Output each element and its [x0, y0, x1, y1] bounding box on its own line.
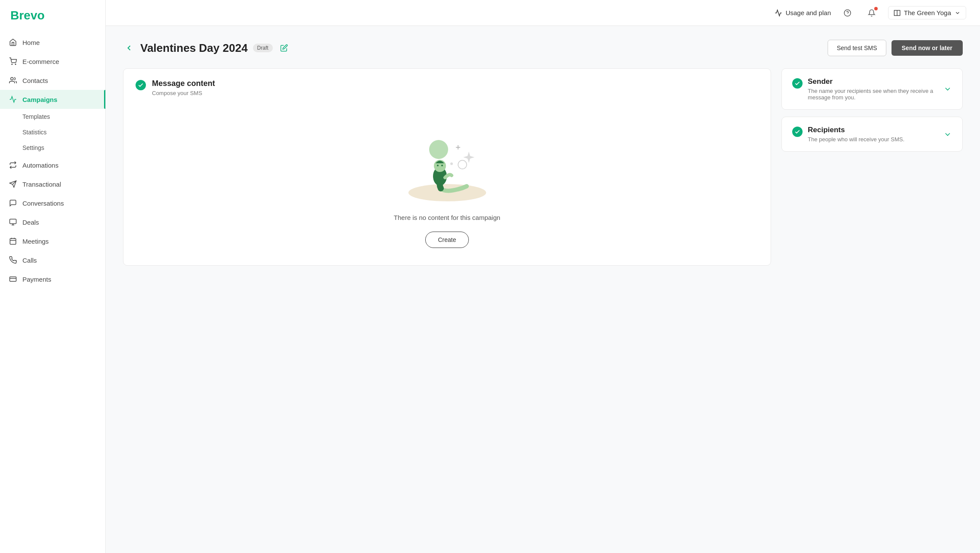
deals-icon	[9, 218, 17, 226]
message-content-header: Message content Compose your SMS	[123, 69, 771, 105]
sender-card: Sender The name your recipients see when…	[781, 68, 963, 110]
sidebar-item-conversations[interactable]: Conversations	[0, 194, 105, 213]
sidebar-item-ecommerce[interactable]: E-commerce	[0, 52, 105, 71]
sidebar-item-label: Payments	[22, 276, 51, 283]
notification-button[interactable]	[864, 5, 879, 21]
sidebar-item-deals[interactable]: Deals	[0, 213, 105, 232]
send-test-sms-button[interactable]: Send test SMS	[828, 40, 886, 56]
recipients-expand-button[interactable]	[943, 130, 952, 139]
sidebar-item-label: E-commerce	[22, 58, 59, 65]
help-button[interactable]	[840, 5, 855, 21]
svg-point-2	[11, 77, 13, 80]
recipients-subtitle: The people who will receive your SMS.	[808, 136, 904, 143]
empty-state: There is no content for this campaign Cr…	[123, 105, 771, 265]
svg-rect-5	[10, 219, 16, 224]
sender-card-left: Sender The name your recipients see when…	[792, 77, 943, 101]
sidebar-item-label: Transactional	[22, 181, 61, 188]
chevron-down-icon	[955, 10, 961, 16]
help-icon	[844, 9, 851, 17]
sender-card-header: Sender The name your recipients see when…	[782, 69, 962, 109]
main-area: Usage and plan The Green Yoga	[106, 0, 980, 553]
sidebar-item-statistics[interactable]: Statistics	[0, 124, 105, 140]
sidebar-item-payments[interactable]: Payments	[0, 270, 105, 289]
ecommerce-icon	[9, 57, 17, 66]
empty-illustration	[404, 126, 490, 203]
recipients-check-icon	[792, 127, 803, 137]
sub-item-label: Settings	[22, 144, 44, 151]
sub-item-label: Templates	[22, 113, 50, 120]
message-content-card: Message content Compose your SMS	[123, 68, 771, 266]
svg-point-1	[15, 64, 16, 65]
message-content-title: Message content	[152, 79, 215, 88]
usage-label: Usage and plan	[786, 9, 831, 16]
home-icon	[9, 38, 17, 47]
svg-point-0	[12, 64, 13, 65]
page-header: Valentines Day 2024 Draft Send test SMS …	[123, 40, 963, 56]
sender-expand-button[interactable]	[943, 85, 952, 93]
sidebar-item-label: Deals	[22, 219, 39, 226]
edit-title-button[interactable]	[278, 42, 290, 54]
building-icon	[894, 10, 901, 16]
sender-subtitle: The name your recipients see when they r…	[808, 88, 943, 101]
svg-point-24	[458, 160, 467, 169]
page-title: Valentines Day 2024	[140, 41, 248, 55]
right-column: Sender The name your recipients see when…	[781, 68, 963, 159]
svg-point-22	[441, 165, 443, 166]
brand-name: Brevo	[10, 9, 44, 22]
sidebar-item-label: Home	[22, 39, 40, 46]
sidebar-item-calls[interactable]: Calls	[0, 251, 105, 270]
back-icon	[125, 44, 133, 52]
sidebar-item-label: Conversations	[22, 200, 64, 207]
sidebar-item-templates[interactable]: Templates	[0, 109, 105, 124]
sender-text: Sender The name your recipients see when…	[808, 77, 943, 101]
empty-state-text: There is no content for this campaign	[394, 214, 500, 221]
svg-point-27	[450, 162, 453, 165]
content-area: Valentines Day 2024 Draft Send test SMS …	[106, 26, 980, 553]
top-header: Usage and plan The Green Yoga	[106, 0, 980, 26]
sender-check-icon	[792, 78, 803, 89]
sidebar-item-transactional[interactable]: Transactional	[0, 175, 105, 194]
meetings-icon	[9, 237, 17, 245]
svg-rect-8	[10, 238, 16, 245]
send-now-or-later-button[interactable]: Send now or later	[891, 40, 963, 56]
sidebar-item-label: Meetings	[22, 238, 49, 245]
sender-title: Sender	[808, 77, 943, 86]
sidebar-item-home[interactable]: Home	[0, 33, 105, 52]
recipients-card: Recipients The people who will receive y…	[781, 117, 963, 152]
svg-rect-12	[10, 277, 16, 282]
sidebar-item-contacts[interactable]: Contacts	[0, 71, 105, 90]
back-button[interactable]	[123, 42, 135, 54]
conversations-icon	[9, 199, 17, 207]
sidebar-item-campaigns[interactable]: Campaigns	[0, 90, 105, 109]
notification-dot	[874, 7, 878, 10]
sidebar-nav: Home E-commerce Contacts	[0, 29, 105, 553]
automations-icon	[9, 161, 17, 169]
chevron-down-icon	[943, 130, 952, 139]
logo[interactable]: Brevo	[0, 0, 105, 29]
edit-icon	[280, 44, 288, 52]
campaigns-icon	[9, 95, 17, 104]
recipients-text: Recipients The people who will receive y…	[808, 126, 904, 143]
sidebar-item-label: Automations	[22, 162, 58, 169]
page-title-area: Valentines Day 2024 Draft	[123, 41, 290, 55]
payments-icon	[9, 275, 17, 283]
recipients-title: Recipients	[808, 126, 904, 134]
sidebar-item-automations[interactable]: Automations	[0, 156, 105, 175]
sidebar: Brevo Home E-commerce	[0, 0, 106, 553]
sidebar-item-label: Calls	[22, 257, 37, 264]
sidebar-item-label: Contacts	[22, 77, 48, 84]
sidebar-item-label: Campaigns	[22, 96, 57, 103]
org-selector[interactable]: The Green Yoga	[888, 6, 966, 19]
draft-badge: Draft	[253, 44, 273, 52]
org-name: The Green Yoga	[904, 9, 951, 16]
create-button[interactable]: Create	[425, 232, 468, 248]
usage-and-plan-button[interactable]: Usage and plan	[775, 9, 831, 17]
header-actions: Send test SMS Send now or later	[828, 40, 963, 56]
two-column-layout: Message content Compose your SMS	[123, 68, 963, 266]
contacts-icon	[9, 76, 17, 85]
svg-point-21	[437, 165, 439, 166]
message-content-subtitle: Compose your SMS	[152, 90, 215, 96]
sidebar-item-meetings[interactable]: Meetings	[0, 232, 105, 251]
calls-icon	[9, 256, 17, 264]
sidebar-item-settings[interactable]: Settings	[0, 140, 105, 156]
